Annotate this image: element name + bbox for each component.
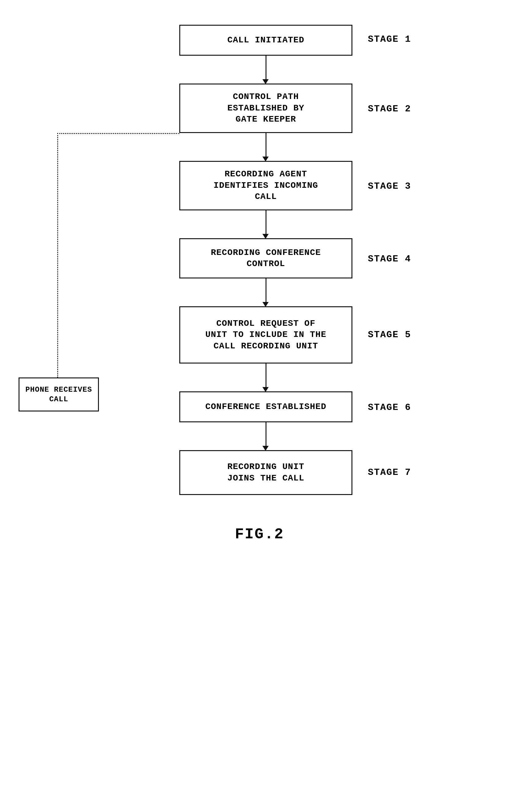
label-stage2: STAGE 2 [368,104,411,114]
box-phone: PHONE RECEIVES CALL [19,377,99,412]
label-stage6: STAGE 6 [368,402,411,413]
box-stage4-text: RECORDING CONFERENCE CONTROL [211,247,321,270]
box-stage5: CONTROL REQUEST OF UNIT TO INCLUDE IN TH… [179,306,352,363]
fig-label: FIG.2 [235,526,284,543]
box-stage3: RECORDING AGENT IDENTIFIES INCOMING CALL [179,161,352,210]
box-stage6: CONFERENCE ESTABLISHED [179,391,352,422]
box-stage4: RECORDING CONFERENCE CONTROL [179,238,352,278]
box-stage1-text: CALL INITIATED [227,35,304,46]
diagram-container: CALL INITIATED STAGE 1 CONTROL PATH ESTA… [0,0,532,788]
arrow-2-3-line [266,133,266,158]
arrow-4-5-line [266,278,266,303]
label-stage4: STAGE 4 [368,254,411,264]
label-stage5: STAGE 5 [368,330,411,340]
box-stage2-text: CONTROL PATH ESTABLISHED BY GATE KEEPER [227,91,304,125]
box-stage1: CALL INITIATED [179,25,352,56]
box-stage7: RECORDING UNIT JOINS THE CALL [179,450,352,495]
label-stage7: STAGE 7 [368,467,411,478]
box-stage3-text: RECORDING AGENT IDENTIFIES INCOMING CALL [213,169,318,202]
dotted-v-left [57,133,58,387]
box-stage7-text: RECORDING UNIT JOINS THE CALL [227,461,304,484]
label-stage3: STAGE 3 [368,181,411,192]
box-phone-text: PHONE RECEIVES CALL [25,385,92,404]
box-stage6-text: CONFERENCE ESTABLISHED [205,401,326,412]
arrow-5-6-line [266,363,266,388]
arrow-6-7-line [266,422,266,447]
box-stage2: CONTROL PATH ESTABLISHED BY GATE KEEPER [179,83,352,133]
arrow-3-4-line [266,210,266,235]
dotted-h-top [57,133,179,134]
arrow-1-2-line [266,56,266,80]
label-stage1: STAGE 1 [368,34,411,44]
box-stage5-text: CONTROL REQUEST OF UNIT TO INCLUDE IN TH… [205,318,326,352]
